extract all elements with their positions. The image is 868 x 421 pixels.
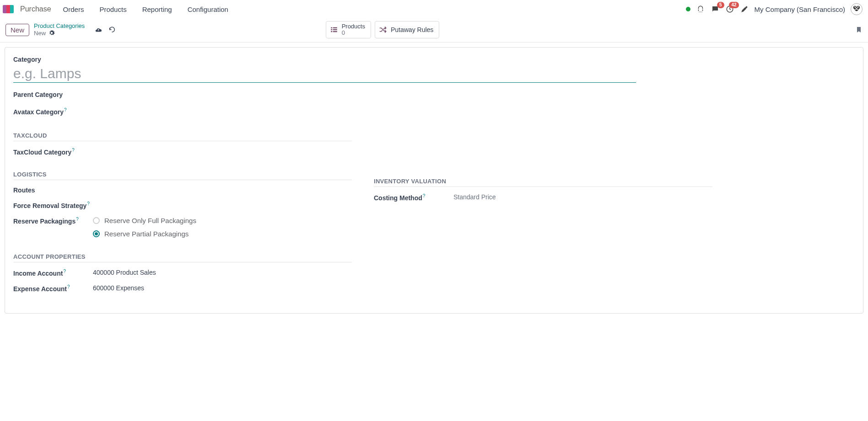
section-taxcloud: TAXCLOUD [13, 132, 352, 141]
breadcrumb-parent[interactable]: Product Categories [34, 22, 85, 30]
nav-products[interactable]: Products [98, 4, 127, 15]
breadcrumb-current: New [34, 30, 85, 37]
costing-method-label: Costing Method [374, 194, 422, 201]
category-field: Category [13, 56, 855, 83]
presence-dot-icon [686, 7, 690, 11]
force-removal-label: Force Removal Strategy [13, 202, 86, 209]
costing-method-value: Standard Price [453, 193, 496, 201]
bookmark-icon[interactable] [855, 26, 863, 33]
messages-badge: 5 [717, 2, 724, 8]
help-icon[interactable]: ? [67, 284, 70, 289]
new-button[interactable]: New [5, 24, 29, 36]
svg-point-2 [701, 11, 702, 12]
help-icon[interactable]: ? [63, 269, 66, 274]
reserve-packagings-radios: Reserve Only Full Packagings Reserve Par… [93, 217, 196, 238]
svg-rect-12 [333, 29, 337, 30]
parent-category-field[interactable]: Parent Category [13, 91, 855, 99]
app-logo[interactable] [3, 5, 14, 13]
divider [0, 42, 868, 43]
stat-buttons: Products 0 Putaway Rules [326, 21, 440, 38]
list-icon [330, 26, 338, 34]
svg-point-8 [856, 10, 857, 11]
parent-category-label: Parent Category [13, 91, 63, 98]
routes-label: Routes [13, 187, 82, 194]
user-avatar[interactable] [851, 3, 863, 15]
discard-icon[interactable] [108, 26, 116, 33]
income-account-field[interactable]: Income Account? 400000 Product Sales [13, 269, 352, 277]
expense-account-label: Expense Account [13, 285, 67, 292]
radio-selected-icon [93, 230, 100, 237]
svg-point-7 [858, 7, 859, 8]
section-account-props: ACCOUNT PROPERTIES [13, 253, 352, 262]
putaway-rules-button[interactable]: Putaway Rules [375, 21, 439, 38]
activities-icon[interactable]: 42 [725, 5, 734, 14]
reserve-packagings-label: Reserve Packagings [13, 218, 75, 225]
breadcrumb: Product Categories New [34, 22, 85, 37]
products-stat-count: 0 [342, 30, 365, 36]
avatax-category-label: Avatax Category [13, 108, 64, 116]
force-removal-field[interactable]: Force Removal Strategy? [13, 201, 352, 209]
activities-badge: 42 [729, 2, 739, 8]
messages-icon[interactable]: 5 [711, 5, 720, 14]
help-icon[interactable]: ? [87, 201, 90, 206]
category-label: Category [13, 56, 41, 63]
shuffle-icon [379, 26, 387, 34]
svg-point-0 [699, 11, 700, 12]
help-icon[interactable]: ? [64, 107, 67, 112]
expense-account-field[interactable]: Expense Account? 600000 Expenses [13, 284, 352, 293]
breadcrumb-current-label: New [34, 30, 46, 37]
svg-rect-9 [331, 27, 332, 28]
svg-rect-13 [331, 31, 332, 32]
svg-point-1 [700, 11, 701, 12]
phone-icon[interactable] [696, 5, 705, 14]
svg-rect-14 [333, 31, 337, 32]
right-column: INVENTORY VALUATION Costing Method? Stan… [374, 117, 712, 300]
svg-rect-11 [331, 29, 332, 30]
nav-configuration[interactable]: Configuration [187, 4, 229, 15]
expense-account-value: 600000 Expenses [93, 284, 144, 292]
category-input[interactable] [13, 64, 636, 83]
costing-method-field[interactable]: Costing Method? Standard Price [374, 193, 712, 202]
reserve-full-option[interactable]: Reserve Only Full Packagings [93, 217, 196, 224]
help-icon[interactable]: ? [76, 217, 79, 222]
left-column: TAXCLOUD TaxCloud Category? LOGISTICS Ro… [13, 117, 352, 300]
section-inventory-valuation: INVENTORY VALUATION [374, 178, 712, 187]
help-icon[interactable]: ? [423, 193, 426, 198]
reserve-full-label: Reserve Only Full Packagings [104, 217, 196, 224]
income-account-label: Income Account [13, 270, 63, 277]
svg-point-6 [854, 7, 855, 8]
top-nav-right: 5 42 My Company (San Francisco) [686, 3, 863, 15]
avatax-category-field[interactable]: Avatax Category? [13, 107, 855, 117]
radio-icon [93, 217, 100, 224]
section-logistics: LOGISTICS [13, 171, 352, 180]
control-bar: New Product Categories New Products 0 [0, 17, 868, 42]
svg-rect-10 [333, 27, 337, 28]
income-account-value: 400000 Product Sales [93, 269, 156, 276]
putaway-rules-label: Putaway Rules [391, 26, 433, 33]
help-icon[interactable]: ? [72, 148, 75, 153]
products-stat-label: Products 0 [342, 23, 365, 36]
save-discard-group [95, 26, 116, 33]
taxcloud-category-field[interactable]: TaxCloud Category? [13, 148, 352, 156]
top-nav: Purchase Orders Products Reporting Confi… [0, 0, 868, 17]
reserve-packagings-field: Reserve Packagings? Reserve Only Full Pa… [13, 217, 352, 238]
nav-orders[interactable]: Orders [62, 4, 85, 15]
cloud-save-icon[interactable] [95, 26, 102, 33]
company-selector[interactable]: My Company (San Francisco) [755, 5, 845, 13]
routes-field[interactable]: Routes [13, 187, 352, 194]
products-stat-button[interactable]: Products 0 [326, 21, 371, 38]
app-title[interactable]: Purchase [20, 5, 51, 13]
reserve-partial-label: Reserve Partial Packagings [104, 230, 189, 238]
reserve-partial-option[interactable]: Reserve Partial Packagings [93, 230, 196, 238]
tools-icon[interactable] [740, 5, 749, 14]
products-stat-title: Products [342, 23, 365, 30]
nav-reporting[interactable]: Reporting [141, 4, 173, 15]
taxcloud-category-label: TaxCloud Category [13, 148, 71, 155]
form-columns: TAXCLOUD TaxCloud Category? LOGISTICS Ro… [13, 117, 855, 300]
gear-icon[interactable] [49, 30, 56, 37]
form-sheet: Category Parent Category Avatax Category… [5, 47, 863, 314]
